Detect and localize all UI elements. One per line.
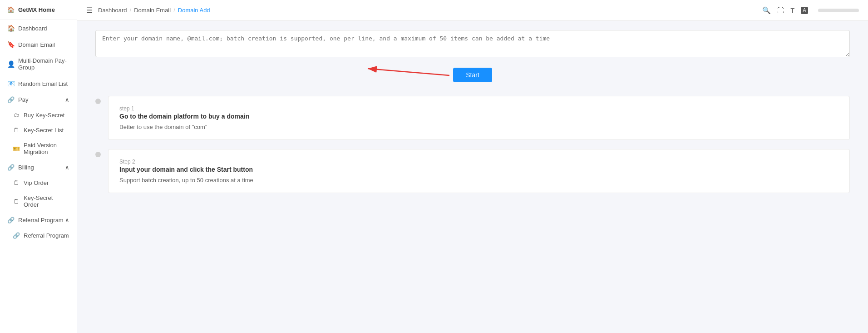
sidebar-item-label: Domain Email bbox=[18, 41, 55, 48]
hamburger-icon[interactable]: ☰ bbox=[86, 6, 93, 15]
domain-input-area bbox=[95, 30, 850, 59]
random-email-icon: 📧 bbox=[7, 80, 15, 87]
sidebar-sub-label: Key-Secret Order bbox=[24, 194, 69, 208]
sidebar-item-multi-domain[interactable]: 👤 Multi-Domain Pay-Group bbox=[0, 53, 77, 75]
breadcrumb-sep-1: / bbox=[130, 7, 132, 14]
main-area: ☰ Dashboard / Domain Email / Domain Add … bbox=[77, 0, 868, 333]
search-icon[interactable]: 🔍 bbox=[762, 6, 771, 15]
pay-icon: 🔗 bbox=[7, 96, 15, 103]
content-area: Start step 1 Go to the domain platform t… bbox=[77, 21, 868, 333]
key-secret-order-icon: 🗒 bbox=[13, 198, 20, 205]
breadcrumb-sep-2: / bbox=[173, 7, 175, 14]
sidebar-item-buy-key-secret[interactable]: 🗂 Buy Key-Secret bbox=[0, 108, 77, 123]
sidebar-sub-label: Paid Version Migration bbox=[24, 142, 69, 155]
domain-textarea[interactable] bbox=[95, 30, 850, 57]
breadcrumb-domain-email[interactable]: Domain Email bbox=[134, 7, 171, 14]
step-2-desc: Support batch creation, up to 50 creatio… bbox=[119, 177, 838, 184]
domain-email-icon: 🔖 bbox=[7, 41, 15, 48]
sidebar-item-key-secret-list[interactable]: 🗒 Key-Secret List bbox=[0, 123, 77, 138]
start-button-area: Start bbox=[95, 68, 850, 82]
sidebar-sub-label: Key-Secret List bbox=[24, 127, 64, 134]
vip-order-icon: 🗒 bbox=[13, 179, 20, 186]
sidebar-item-referral-program[interactable]: 🔗 Referral Program bbox=[0, 228, 77, 243]
sidebar-item-key-secret-order[interactable]: 🗒 Key-Secret Order bbox=[0, 190, 77, 212]
referral-program-icon: 🔗 bbox=[13, 232, 20, 239]
sidebar-item-label: Multi-Domain Pay-Group bbox=[18, 57, 69, 71]
step-1-row: step 1 Go to the domain platform to buy … bbox=[95, 96, 850, 140]
fullscreen-icon[interactable]: ⛶ bbox=[777, 6, 784, 14]
step-2-dot bbox=[95, 152, 101, 157]
pay-group-label: Pay bbox=[18, 96, 28, 103]
accessibility-icon[interactable]: A bbox=[801, 7, 808, 14]
chevron-up-icon: ∧ bbox=[65, 96, 69, 103]
billing-icon: 🔗 bbox=[7, 164, 15, 171]
sidebar-item-paid-version-migration[interactable]: 🎫 Paid Version Migration bbox=[0, 138, 77, 159]
step-1-label: step 1 bbox=[119, 105, 838, 112]
referral-icon: 🔗 bbox=[7, 217, 15, 224]
sidebar: 🏠 GetMX Home 🏠 Dashboard 🔖 Domain Email … bbox=[0, 0, 77, 333]
chevron-up-icon: ∧ bbox=[65, 164, 69, 171]
sidebar-sub-label: Vip Order bbox=[24, 179, 49, 186]
home-icon: 🏠 bbox=[7, 6, 15, 13]
step-1-desc: Better to use the domain of "com" bbox=[119, 124, 838, 130]
sidebar-logo[interactable]: 🏠 GetMX Home bbox=[0, 0, 77, 20]
billing-group-label: Billing bbox=[18, 164, 34, 171]
sidebar-item-label: Random Email List bbox=[18, 80, 68, 87]
sidebar-referral-group[interactable]: 🔗 Referral Program ∧ bbox=[0, 212, 77, 228]
sidebar-sub-label: Buy Key-Secret bbox=[24, 112, 64, 119]
sidebar-sub-label: Referral Program bbox=[24, 232, 69, 239]
breadcrumb: Dashboard / Domain Email / Domain Add bbox=[98, 7, 210, 14]
step-2-label: Step 2 bbox=[119, 159, 838, 165]
sidebar-billing-group[interactable]: 🔗 Billing ∧ bbox=[0, 159, 77, 175]
user-bar bbox=[818, 9, 859, 12]
step-2-box: Step 2 Input your domain and click the S… bbox=[108, 149, 850, 193]
paid-migration-icon: 🎫 bbox=[13, 145, 20, 152]
header-icons: 🔍 ⛶ T A bbox=[762, 6, 859, 15]
chevron-up-icon: ∧ bbox=[65, 217, 69, 224]
key-secret-list-icon: 🗒 bbox=[13, 127, 20, 134]
steps-container: step 1 Go to the domain platform to buy … bbox=[95, 96, 850, 193]
sidebar-pay-group[interactable]: 🔗 Pay ∧ bbox=[0, 92, 77, 108]
sidebar-item-label: Dashboard bbox=[18, 25, 47, 32]
breadcrumb-current: Domain Add bbox=[178, 7, 210, 14]
start-button[interactable]: Start bbox=[453, 68, 492, 82]
step-2-title: Input your domain and click the Start bu… bbox=[119, 166, 838, 173]
dashboard-icon: 🏠 bbox=[7, 25, 15, 32]
step-2-row: Step 2 Input your domain and click the S… bbox=[95, 149, 850, 193]
sidebar-item-random-email[interactable]: 📧 Random Email List bbox=[0, 75, 77, 92]
step-1-dot bbox=[95, 99, 101, 104]
multi-domain-icon: 👤 bbox=[7, 60, 15, 68]
sidebar-item-vip-order[interactable]: 🗒 Vip Order bbox=[0, 175, 77, 190]
header: ☰ Dashboard / Domain Email / Domain Add … bbox=[77, 0, 868, 21]
breadcrumb-dashboard[interactable]: Dashboard bbox=[98, 7, 127, 14]
sidebar-item-dashboard[interactable]: 🏠 Dashboard bbox=[0, 20, 77, 36]
buy-key-icon: 🗂 bbox=[13, 112, 20, 119]
step-1-box: step 1 Go to the domain platform to buy … bbox=[108, 96, 850, 140]
step-1-title: Go to the domain platform to buy a domai… bbox=[119, 113, 838, 120]
sidebar-logo-label: GetMX Home bbox=[18, 6, 55, 13]
text-size-icon[interactable]: T bbox=[790, 7, 794, 14]
sidebar-item-domain-email[interactable]: 🔖 Domain Email bbox=[0, 36, 77, 53]
referral-group-label: Referral Program bbox=[18, 217, 64, 224]
